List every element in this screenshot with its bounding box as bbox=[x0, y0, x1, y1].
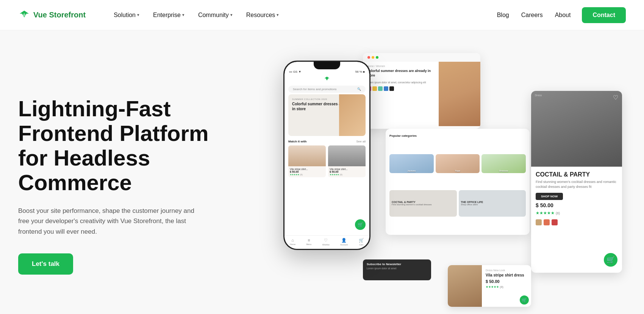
close-dot bbox=[367, 56, 370, 59]
logo[interactable]: Vue Storefront bbox=[18, 9, 86, 21]
chevron-down-icon: ▾ bbox=[137, 12, 139, 17]
mini-product-label: Dress New Look bbox=[486, 269, 527, 272]
mini-product-title: Vila stripe shirt dress bbox=[486, 273, 527, 278]
phone-nav-menu[interactable]: ≡ Menu bbox=[306, 238, 311, 246]
match-title: Match it with bbox=[288, 140, 306, 143]
product-1-price: $ 50.00 bbox=[290, 170, 324, 173]
banner-image bbox=[339, 94, 366, 136]
nav-careers[interactable]: Careers bbox=[516, 9, 548, 22]
dc3-swatch-beige[interactable] bbox=[536, 219, 542, 225]
phone-bottom-nav: ⌂ Home ≡ Menu ♡ Wishlist 👤 Account bbox=[284, 235, 369, 249]
product-detail-title: Colorful summer dresses are already in s… bbox=[367, 69, 435, 78]
card-model-image bbox=[439, 62, 480, 126]
phone-search-bar[interactable]: Search for items and promotions 🔍 bbox=[288, 86, 366, 93]
maximize-dot bbox=[376, 56, 378, 59]
cocktail-stars: ★★★★★ (8) bbox=[536, 211, 617, 216]
chevron-down-icon: ▾ bbox=[182, 12, 184, 17]
swatch-black[interactable] bbox=[389, 86, 394, 91]
account-icon: 👤 bbox=[341, 238, 347, 243]
cocktail-title: COCTAIL & PARTY bbox=[536, 171, 617, 178]
status-right: 56 % ■ bbox=[355, 70, 365, 73]
phone-nav-wishlist[interactable]: ♡ Wishlist bbox=[322, 238, 330, 246]
categories-grid: Popular categories Jackets Tops Dresses bbox=[386, 129, 530, 235]
category-dresses[interactable]: Dresses bbox=[481, 154, 526, 173]
newsletter-panel: Subscribe to Newsletter Lorem ipsum dolo… bbox=[363, 259, 431, 280]
search-placeholder: Search for items and promotions bbox=[293, 87, 337, 91]
wishlist-icon[interactable]: ♡ bbox=[321, 147, 324, 150]
add-to-cart-button[interactable]: 🛒 bbox=[604, 253, 617, 267]
nav-links: Solution ▾ Enterprise ▾ Community ▾ Reso… bbox=[108, 9, 492, 22]
mini-product-price: $ 50.00 bbox=[486, 279, 527, 284]
phone-mockup: ••• GS ▼ 56 % ■ Search for items and pro… bbox=[283, 61, 370, 250]
phone-product-2: ♡ Vila stripe shirt... $ 50.00 ★★★★★ (8) bbox=[328, 145, 366, 177]
contact-button[interactable]: Contact bbox=[582, 7, 626, 23]
card-left-info: Home / Women Colorful summer dresses are… bbox=[363, 62, 439, 126]
phone-nav-home[interactable]: ⌂ Home bbox=[290, 238, 295, 246]
card-content: Home / Women Colorful summer dresses are… bbox=[363, 62, 480, 126]
nav-community[interactable]: Community ▾ bbox=[193, 9, 238, 22]
model-image bbox=[439, 62, 480, 126]
dc3-swatch-red[interactable] bbox=[544, 219, 550, 225]
wishlist-icon-2[interactable]: ♡ bbox=[361, 147, 364, 150]
cocktail-desc: Find stunning women's cocktail dresses a… bbox=[536, 180, 617, 189]
color-swatches bbox=[367, 86, 435, 91]
nav-about[interactable]: About bbox=[550, 9, 576, 22]
swatch-blue[interactable] bbox=[384, 86, 388, 91]
phone-notch bbox=[314, 62, 340, 69]
breadcrumb: Home / Women bbox=[367, 65, 435, 67]
promo-cocktail[interactable]: COCTAIL & PARTY Find stunning women's co… bbox=[389, 190, 457, 217]
nav-enterprise[interactable]: Enterprise ▾ bbox=[148, 9, 190, 22]
nav-blog[interactable]: Blog bbox=[492, 9, 514, 22]
popular-categories-title: Popular categories bbox=[389, 133, 456, 152]
mini-product-stars: ★★★★★ (8) bbox=[486, 285, 527, 289]
minimize-dot bbox=[372, 56, 374, 59]
nav-solution[interactable]: Solution ▾ bbox=[108, 9, 145, 22]
product-category-label: Dress bbox=[535, 94, 542, 97]
phone-nav-account[interactable]: 👤 Account bbox=[340, 238, 348, 246]
desktop-card-product-detail: Home / Women Colorful summer dresses are… bbox=[363, 53, 480, 129]
category-tops[interactable]: Tops bbox=[436, 154, 480, 173]
product-2-image: ♡ bbox=[328, 145, 366, 166]
swatch-teal[interactable] bbox=[378, 86, 383, 91]
hero-section: Lightning-Fast Frontend Platform for Hea… bbox=[0, 30, 644, 314]
nav-resources[interactable]: Resources ▾ bbox=[241, 9, 284, 22]
phone-product-1: ♡ Vila stripe shirt... $ 50.00 ★★★★★ (8) bbox=[288, 145, 326, 177]
match-header: Match it with See all bbox=[288, 140, 366, 143]
cocktail-product-info: COCTAIL & PARTY Find stunning women's co… bbox=[531, 167, 622, 234]
brand-name: Vue Storefront bbox=[33, 11, 86, 19]
promo-office[interactable]: THE OFFICE LIFE Shop office attire bbox=[459, 190, 526, 217]
dc3-swatch-crimson[interactable] bbox=[552, 219, 558, 225]
home-icon: ⌂ bbox=[291, 238, 294, 242]
nav-right: Blog Careers About Contact bbox=[492, 7, 626, 23]
cocktail-product-image: Dress ♡ bbox=[531, 91, 622, 167]
shop-now-button[interactable]: SHOP NOW bbox=[536, 193, 563, 200]
see-all-link[interactable]: See all bbox=[356, 140, 366, 143]
newsletter-title: Subscribe to Newsletter bbox=[367, 262, 427, 266]
category-jackets[interactable]: Jackets bbox=[389, 154, 434, 173]
category-thumbnails: Jackets Tops Dresses bbox=[389, 154, 526, 187]
product-1-image: ♡ bbox=[288, 145, 326, 166]
wishlist-heart-icon[interactable]: ♡ bbox=[613, 94, 618, 101]
desktop-card-categories: Popular categories Jackets Tops Dresses bbox=[386, 129, 530, 235]
cocktail-swatches bbox=[536, 219, 617, 225]
swatch-yellow[interactable] bbox=[372, 86, 377, 91]
chevron-down-icon: ▾ bbox=[230, 12, 233, 17]
heart-icon: ♡ bbox=[324, 238, 328, 243]
product-detail-desc: Lorem ipsum dolor sit amet, consectetur … bbox=[367, 81, 435, 84]
phone-logo bbox=[284, 74, 369, 84]
phone-screen: ••• GS ▼ 56 % ■ Search for items and pro… bbox=[284, 62, 369, 249]
product-2-name: Vila stripe shirt... bbox=[330, 168, 364, 170]
hero-subtitle: Boost your site performance, shape the c… bbox=[18, 206, 200, 237]
product-1-name: Vila stripe shirt... bbox=[290, 168, 324, 170]
phone-banner: SUMMER COLLECTION 2020 Colorful summer d… bbox=[288, 94, 366, 136]
mini-product-panel: Dress New Look Vila stripe shirt dress $… bbox=[448, 265, 531, 307]
newsletter-subtitle: Lorem ipsum dolor sit amet bbox=[367, 267, 427, 270]
mini-cart-button[interactable]: 🛒 bbox=[520, 295, 529, 305]
cta-button[interactable]: Let's talk bbox=[18, 253, 73, 275]
promo-cards: COCTAIL & PARTY Find stunning women's co… bbox=[389, 190, 526, 231]
phone-nav-cart[interactable]: 🛒 Cart bbox=[359, 238, 364, 246]
cart-button[interactable]: 🛒 bbox=[355, 219, 366, 230]
hero-content: Lightning-Fast Frontend Platform for Hea… bbox=[18, 97, 238, 274]
product-2-info: Vila stripe shirt... $ 50.00 ★★★★★ (8) bbox=[328, 166, 366, 177]
product-2-stars: ★★★★★ (8) bbox=[330, 173, 364, 176]
